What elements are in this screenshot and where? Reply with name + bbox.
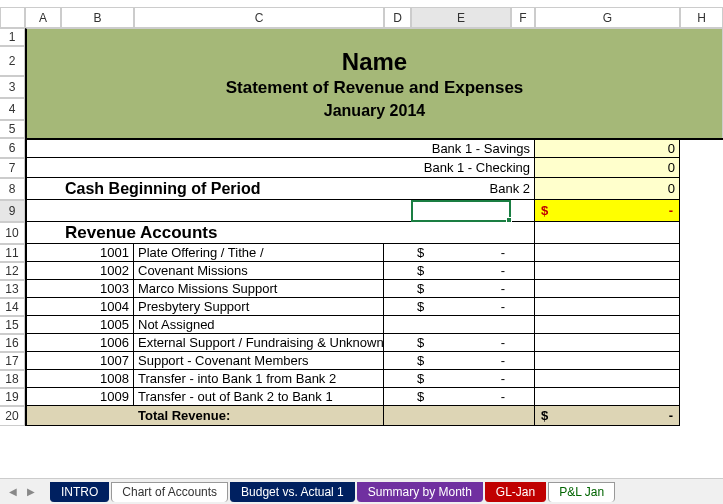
bank-label-1[interactable]: Bank 1 - Savings	[384, 138, 535, 158]
row-2[interactable]: 2	[0, 46, 25, 76]
row-8[interactable]: 8	[0, 178, 25, 200]
fill-handle[interactable]	[506, 217, 512, 223]
cell-A10[interactable]	[25, 222, 61, 244]
rev-amt-3[interactable]: $-	[411, 298, 511, 316]
tab-summary-by-month[interactable]: Summary by Month	[357, 482, 483, 502]
cell-E10[interactable]	[411, 222, 511, 244]
rev-amt-4[interactable]	[411, 316, 511, 334]
cell-G10[interactable]	[535, 222, 680, 244]
col-G[interactable]: G	[535, 8, 680, 28]
cell-A7[interactable]	[25, 158, 61, 178]
total-revenue-value[interactable]: $ -	[535, 406, 680, 426]
bank-value-3[interactable]: 0	[535, 178, 680, 200]
active-cell-E9[interactable]	[411, 200, 511, 222]
cell-H11[interactable]	[680, 244, 723, 262]
cell-D9[interactable]	[384, 200, 411, 222]
col-E[interactable]: E	[411, 8, 511, 28]
rev-amt-2[interactable]: $-	[411, 280, 511, 298]
tab-budget-vs-actual[interactable]: Budget vs. Actual 1	[230, 482, 355, 502]
rev-code-3[interactable]: 1004	[61, 298, 134, 316]
cell-F11[interactable]	[511, 244, 535, 262]
row-7[interactable]: 7	[0, 158, 25, 178]
tab-intro[interactable]: INTRO	[50, 482, 109, 502]
cell-A8[interactable]	[25, 178, 61, 200]
cell-A11[interactable]	[25, 244, 61, 262]
row-3[interactable]: 3	[0, 76, 25, 98]
revenue-header[interactable]: Revenue Accounts	[61, 222, 384, 244]
row-4[interactable]: 4	[0, 98, 25, 120]
cell-C6[interactable]	[134, 138, 384, 158]
tab-gl-jan[interactable]: GL-Jan	[485, 482, 546, 502]
rev-code-0[interactable]: 1001	[61, 244, 134, 262]
rev-code-6[interactable]: 1007	[61, 352, 134, 370]
col-H[interactable]: H	[680, 8, 723, 28]
tab-chart-of-accounts[interactable]: Chart of Accounts	[111, 482, 228, 502]
cell-A6[interactable]	[25, 138, 61, 158]
row-14[interactable]: 14	[0, 298, 25, 316]
select-all-corner[interactable]	[0, 8, 25, 28]
rev-code-8[interactable]: 1009	[61, 388, 134, 406]
rev-code-4[interactable]: 1005	[61, 316, 134, 334]
cell-G11[interactable]	[535, 244, 680, 262]
col-A[interactable]: A	[25, 8, 61, 28]
rev-amt-6[interactable]: $-	[411, 352, 511, 370]
bank-label-3[interactable]: Bank 2	[384, 178, 535, 200]
cell-F10[interactable]	[511, 222, 535, 244]
cell-C7[interactable]	[134, 158, 384, 178]
bank-label-2[interactable]: Bank 1 - Checking	[384, 158, 535, 178]
rev-desc-4[interactable]: Not Assigned	[134, 316, 384, 334]
rev-desc-2[interactable]: Marco Missions Support	[134, 280, 384, 298]
row-12[interactable]: 12	[0, 262, 25, 280]
rev-desc-3[interactable]: Presbytery Support	[134, 298, 384, 316]
rev-desc-5[interactable]: External Support / Fundraising & Unknown	[134, 334, 384, 352]
row-6[interactable]: 6	[0, 138, 25, 158]
cell-F9[interactable]	[511, 200, 535, 222]
cash-beginning-label[interactable]: Cash Beginning of Period	[61, 178, 384, 200]
rev-desc-6[interactable]: Support - Covenant Members	[134, 352, 384, 370]
cell-B6[interactable]	[61, 138, 134, 158]
row-9[interactable]: 9	[0, 200, 25, 222]
rev-code-1[interactable]: 1002	[61, 262, 134, 280]
cell-D11[interactable]	[384, 244, 411, 262]
rev-desc-0[interactable]: Plate Offering / Tithe /	[134, 244, 384, 262]
row-10[interactable]: 10	[0, 222, 25, 244]
rev-desc-8[interactable]: Transfer - out of Bank 2 to Bank 1	[134, 388, 384, 406]
cell-H7[interactable]	[680, 158, 723, 178]
rev-amt-7[interactable]: $-	[411, 370, 511, 388]
cell-H8[interactable]	[680, 178, 723, 200]
row-15[interactable]: 15	[0, 316, 25, 334]
cell-A9[interactable]	[25, 200, 61, 222]
total-revenue-label[interactable]: Total Revenue:	[134, 406, 384, 426]
tab-pnl-jan[interactable]: P&L Jan	[548, 482, 615, 502]
total-cash-value[interactable]: $ -	[535, 200, 680, 222]
rev-amt-8[interactable]: $-	[411, 388, 511, 406]
col-B[interactable]: B	[61, 8, 134, 28]
bank-value-1[interactable]: 0	[535, 138, 680, 158]
row-17[interactable]: 17	[0, 352, 25, 370]
rev-amt-5[interactable]: $-	[411, 334, 511, 352]
cell-H9[interactable]	[680, 200, 723, 222]
rev-desc-7[interactable]: Transfer - into Bank 1 from Bank 2	[134, 370, 384, 388]
rev-code-7[interactable]: 1008	[61, 370, 134, 388]
cell-H10[interactable]	[680, 222, 723, 244]
cell-D10[interactable]	[384, 222, 411, 244]
row-16[interactable]: 16	[0, 334, 25, 352]
col-C[interactable]: C	[134, 8, 384, 28]
cell-B9[interactable]	[61, 200, 134, 222]
row-20[interactable]: 20	[0, 406, 25, 426]
row-1[interactable]: 1	[0, 28, 25, 46]
rev-amt-1[interactable]: $-	[411, 262, 511, 280]
tab-nav-next-icon[interactable]: ▶	[22, 484, 40, 500]
row-18[interactable]: 18	[0, 370, 25, 388]
tab-nav-prev-icon[interactable]: ◀	[4, 484, 22, 500]
rev-code-5[interactable]: 1006	[61, 334, 134, 352]
cell-H6[interactable]	[680, 138, 723, 158]
col-D[interactable]: D	[384, 8, 411, 28]
cell-C9[interactable]	[134, 200, 384, 222]
rev-code-2[interactable]: 1003	[61, 280, 134, 298]
row-11[interactable]: 11	[0, 244, 25, 262]
cell-B7[interactable]	[61, 158, 134, 178]
rev-amt-0[interactable]: $-	[411, 244, 511, 262]
bank-value-2[interactable]: 0	[535, 158, 680, 178]
rev-desc-1[interactable]: Covenant Missions	[134, 262, 384, 280]
